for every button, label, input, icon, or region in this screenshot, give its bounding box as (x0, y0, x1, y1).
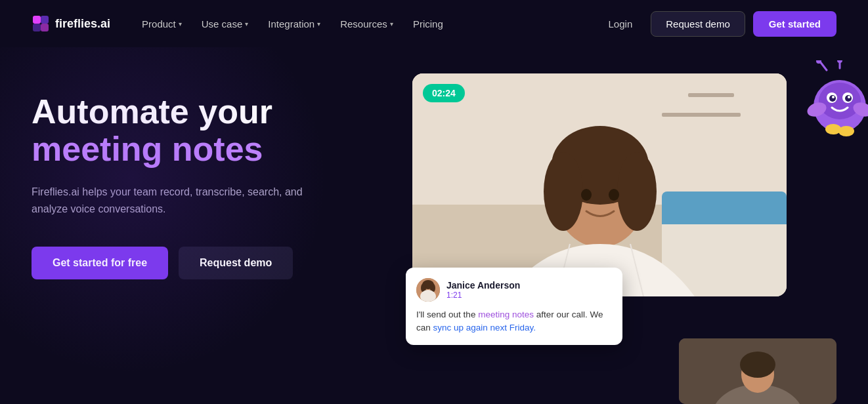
hero-left: Automate your meeting notes Fireflies.ai… (32, 73, 373, 279)
svg-rect-7 (688, 93, 734, 97)
meeting-notes-link[interactable]: meeting notes (478, 310, 534, 319)
svg-point-15 (617, 152, 657, 231)
request-demo-button[interactable]: Request demo (651, 11, 745, 37)
brand-name: fireflies.ai (55, 17, 110, 31)
chat-card: Janice Anderson 1:21 I'll send out the m… (406, 268, 622, 346)
chevron-down-icon: ▾ (390, 20, 393, 28)
navbar: fireflies.ai Product ▾ Use case ▾ Integr… (0, 0, 868, 47)
svg-rect-1 (41, 16, 49, 24)
svg-point-33 (838, 126, 854, 136)
svg-point-14 (544, 152, 583, 231)
svg-point-16 (581, 189, 592, 201)
get-started-button[interactable]: Get started (753, 11, 836, 37)
logo[interactable]: fireflies.ai (32, 14, 110, 33)
main-content: Automate your meeting notes Fireflies.ai… (0, 47, 868, 404)
nav-item-resources[interactable]: Resources ▾ (332, 13, 401, 35)
svg-line-18 (820, 62, 827, 70)
svg-point-43 (740, 352, 775, 378)
timer-badge: 02:24 (423, 84, 465, 102)
svg-point-28 (832, 96, 835, 98)
chat-time: 1:21 (446, 291, 520, 300)
logo-icon (32, 14, 50, 33)
nav-item-product[interactable]: Product ▾ (134, 13, 190, 35)
login-button[interactable]: Login (598, 13, 643, 35)
svg-point-21 (837, 60, 842, 63)
svg-rect-3 (41, 24, 49, 31)
headline-line2: meeting notes (32, 130, 263, 168)
svg-point-29 (848, 96, 850, 98)
request-demo-hero-button[interactable]: Request demo (179, 247, 293, 279)
nav-links: Product ▾ Use case ▾ Integration ▾ Resou… (134, 13, 451, 35)
hero-right: 02:24 (412, 73, 836, 404)
nav-right: Login Request demo Get started (598, 11, 836, 37)
nav-item-usecase[interactable]: Use case ▾ (194, 13, 257, 35)
get-started-free-button[interactable]: Get started for free (32, 247, 168, 279)
chat-header: Janice Anderson 1:21 (416, 278, 612, 302)
chevron-down-icon: ▾ (317, 20, 320, 28)
cta-buttons: Get started for free Request demo (32, 247, 373, 279)
hero-subtext: Fireflies.ai helps your team record, tra… (32, 184, 320, 217)
robot-mascot (804, 60, 868, 132)
person-video (412, 73, 787, 296)
nav-item-pricing[interactable]: Pricing (405, 13, 451, 35)
chat-name: Janice Anderson (446, 280, 520, 291)
chevron-down-icon: ▾ (245, 20, 248, 28)
chevron-down-icon: ▾ (179, 20, 182, 28)
svg-rect-2 (33, 24, 41, 31)
chat-text-before: I'll send out the (416, 310, 478, 319)
nav-left: fireflies.ai Product ▾ Use case ▾ Integr… (32, 13, 451, 35)
chat-user-info: Janice Anderson 1:21 (446, 280, 520, 300)
avatar (416, 278, 440, 302)
sync-up-link[interactable]: sync up again next Friday. (433, 323, 536, 333)
chat-message: I'll send out the meeting notes after ou… (416, 308, 612, 335)
svg-rect-0 (33, 16, 41, 24)
headline-line1: Automate your (32, 92, 272, 131)
svg-point-17 (609, 189, 619, 201)
bottom-video-card (679, 338, 836, 404)
svg-point-32 (825, 124, 841, 134)
svg-rect-6 (662, 113, 741, 117)
svg-point-23 (819, 83, 861, 119)
video-background (412, 73, 787, 296)
video-card: 02:24 (412, 73, 787, 296)
nav-item-integration[interactable]: Integration ▾ (260, 13, 328, 35)
hero-headline: Automate your meeting notes (32, 93, 373, 168)
